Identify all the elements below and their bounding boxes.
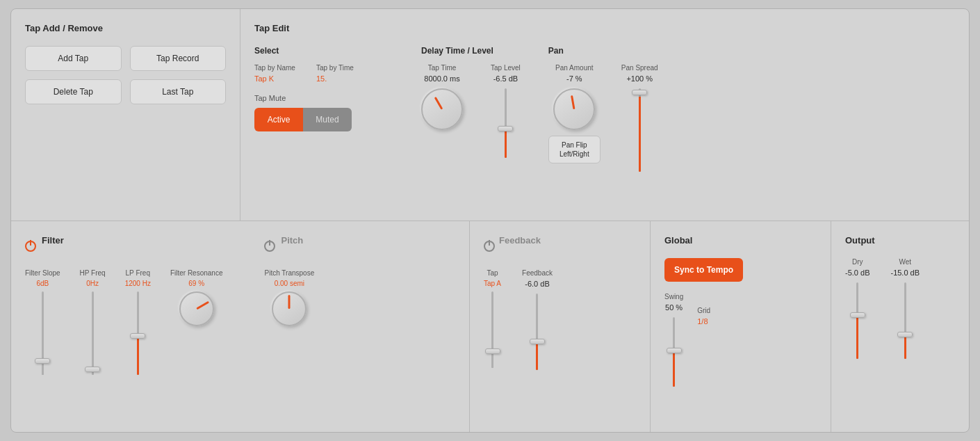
hp-freq-value: 0Hz [86, 280, 99, 287]
filter-title: Filter [42, 235, 64, 246]
pan-amount-knob[interactable] [553, 88, 595, 130]
feedback-power-icon[interactable] [484, 241, 495, 252]
lp-freq-label: LP Freq [126, 269, 150, 277]
select-label: Select [254, 46, 393, 56]
wet-slider[interactable] [898, 282, 912, 359]
filter-slope-label: Filter Slope [25, 269, 60, 277]
pan-label: Pan [548, 46, 658, 56]
filter-resonance-value: 69 % [188, 280, 204, 287]
filter-power-icon[interactable] [25, 241, 36, 252]
tap-edit-panel: Tap Edit Select Tap by Name Tap K Tap by… [240, 9, 969, 220]
tap-mute-label: Tap Mute [254, 94, 393, 102]
filter-resonance-col: Filter Resonance 69 % [170, 269, 223, 326]
tap-by-time-value[interactable]: 15. [316, 74, 354, 83]
pan-amount-label: Pan Amount [555, 64, 593, 72]
filter-slope-col: Filter Slope 6dB [25, 269, 60, 375]
tap-level-label: Tap Level [491, 64, 521, 72]
tap-level-slider[interactable] [498, 88, 512, 158]
pan-spread-col: Pan Spread +100 % [621, 64, 658, 172]
tap-button-grid: Add Tap Tap Record Delete Tap Last Tap [25, 46, 226, 104]
filter-section: Filter Filter Slope 6dB [11, 221, 470, 433]
feedback-level-label: Feedback [522, 269, 553, 277]
delete-tap-button[interactable]: Delete Tap [25, 79, 122, 104]
pan-amount-col: Pan Amount -7 % Pan FlipLeft/Right [548, 64, 601, 163]
pitch-transpose-value: 0.00 semi [275, 280, 304, 287]
wet-col: Wet -15.0 dB [890, 258, 920, 359]
tap-record-button[interactable]: Tap Record [130, 46, 227, 71]
pitch-subsection: Pitch Pitch Transpose 0.00 semi [264, 235, 314, 375]
tap-add-remove-title: Tap Add / Remove [25, 23, 226, 33]
global-section: Global Sync to Tempo Swing 50 % Grid 1/8 [651, 221, 831, 433]
tap-add-remove-panel: Tap Add / Remove Add Tap Tap Record Dele… [11, 9, 240, 220]
filter-resonance-knob[interactable] [179, 291, 214, 326]
dry-label: Dry [852, 258, 863, 266]
grid-value[interactable]: 1/8 [697, 317, 710, 326]
feedback-tap-slider[interactable] [486, 291, 500, 368]
tap-by-time-col: Tap by Time 15. [316, 64, 354, 83]
feedback-title: Feedback [499, 235, 541, 246]
feedback-section: Feedback Tap Tap A Feedback -6.0 dB [470, 221, 651, 433]
hp-freq-label: HP Freq [80, 269, 106, 277]
pitch-transpose-col: Pitch Transpose 0.00 semi [264, 269, 314, 326]
tap-by-name-label: Tap by Name [254, 64, 295, 72]
hp-freq-col: HP Freq 0Hz [80, 269, 106, 375]
pan-flip-button[interactable]: Pan FlipLeft/Right [548, 136, 601, 163]
feedback-level-col: Feedback -6.0 dB [522, 269, 553, 370]
filter-slope-value: 6dB [36, 280, 49, 287]
tap-time-value: 8000.0 ms [424, 74, 459, 83]
swing-col: Swing 50 % [664, 293, 683, 387]
active-toggle-button[interactable]: Active [254, 108, 303, 131]
dry-slider[interactable] [851, 282, 865, 359]
output-section: Output Dry -5.0 dB Wet -15.0 dB [831, 221, 969, 433]
add-tap-button[interactable]: Add Tap [25, 46, 122, 71]
pitch-transpose-label: Pitch Transpose [264, 269, 314, 277]
pan-spread-slider[interactable] [632, 88, 646, 172]
tap-by-name-value[interactable]: Tap K [254, 74, 295, 83]
filter-slope-slider[interactable] [35, 291, 49, 375]
grid-col: Grid 1/8 [697, 307, 710, 387]
lp-freq-value: 1200 Hz [125, 280, 151, 287]
pan-amount-value: -7 % [566, 74, 582, 83]
wet-label: Wet [899, 258, 911, 266]
swing-label: Swing [664, 293, 683, 300]
filter-subsection: Filter Filter Slope 6dB [25, 235, 222, 375]
swing-slider[interactable] [667, 317, 681, 387]
select-section: Select Tap by Name Tap K Tap by Time 15.… [254, 46, 393, 207]
tap-by-time-label: Tap by Time [316, 64, 354, 72]
pan-section-container: Pan Pan Amount -7 % Pan FlipLeft/Right P… [548, 46, 658, 207]
pitch-title: Pitch [281, 235, 303, 246]
feedback-tap-col: Tap Tap A [484, 269, 501, 370]
feedback-tap-value: Tap A [484, 280, 501, 287]
feedback-level-slider[interactable] [530, 294, 544, 370]
tap-by-name-col: Tap by Name Tap K [254, 64, 295, 83]
delay-label: Delay Time / Level [421, 46, 521, 56]
filter-resonance-label: Filter Resonance [170, 269, 223, 277]
dry-col: Dry -5.0 dB [845, 258, 869, 359]
tap-level-value: -6.5 dB [493, 74, 518, 83]
global-title: Global [664, 235, 817, 246]
pan-spread-label: Pan Spread [621, 64, 658, 72]
tap-time-knob[interactable] [421, 88, 463, 130]
hp-freq-slider[interactable] [85, 291, 99, 375]
grid-label: Grid [697, 307, 710, 314]
dry-value: -5.0 dB [845, 268, 869, 277]
tap-time-col: Tap Time 8000.0 ms [421, 64, 463, 130]
pan-spread-value: +100 % [626, 74, 653, 83]
pitch-power-icon[interactable] [264, 241, 275, 252]
last-tap-button[interactable]: Last Tap [130, 79, 227, 104]
muted-toggle-button[interactable]: Muted [303, 108, 352, 131]
tap-level-col: Tap Level -6.5 dB [491, 64, 521, 158]
delay-section: Delay Time / Level Tap Time 8000.0 ms Ta… [421, 46, 521, 207]
feedback-level-value: -6.0 dB [525, 280, 549, 288]
lp-freq-slider[interactable] [131, 291, 145, 375]
pitch-transpose-knob[interactable] [272, 291, 307, 326]
tap-edit-title: Tap Edit [254, 23, 955, 33]
sync-to-tempo-button[interactable]: Sync to Tempo [664, 258, 743, 282]
feedback-tap-label: Tap [487, 269, 498, 277]
tap-time-label: Tap Time [428, 64, 457, 72]
swing-value: 50 % [665, 303, 683, 312]
tap-mute-toggle: Active Muted [254, 108, 352, 131]
wet-value: -15.0 dB [890, 268, 920, 277]
output-title: Output [845, 235, 955, 246]
lp-freq-col: LP Freq 1200 Hz [125, 269, 151, 375]
